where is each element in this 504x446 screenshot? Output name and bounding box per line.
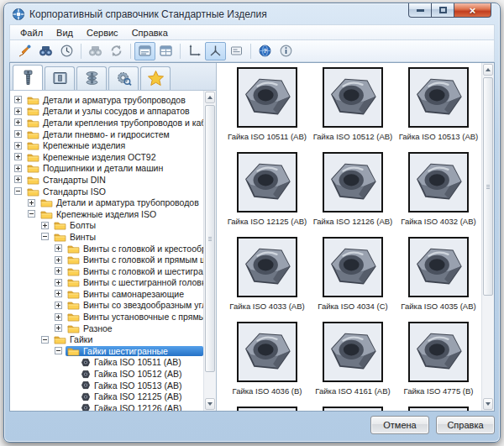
expand-icon[interactable]	[14, 108, 22, 115]
grid-item-partial[interactable]	[310, 407, 396, 411]
tree-item[interactable]: Винты установочные с прямым шлицем ...	[13, 311, 203, 323]
insert-button[interactable]	[14, 42, 35, 60]
expand-icon[interactable]	[55, 290, 62, 297]
scroll-down-icon[interactable]	[205, 398, 215, 410]
cancel-button[interactable]: Отмена	[370, 416, 429, 434]
tree-item[interactable]: Винты самонарезающие	[13, 288, 203, 300]
expand-icon[interactable]	[55, 324, 62, 332]
expand-icon[interactable]	[14, 176, 22, 183]
tree-item[interactable]: Гайка ISO 12125 (AB)	[13, 391, 203, 402]
grid-item[interactable]: Гайка ISO 4036 (B)	[224, 322, 310, 407]
tree-item[interactable]: Детали и арматура трубопроводов	[13, 197, 203, 208]
help-button[interactable]: ?	[255, 42, 276, 60]
tab-fasteners-set[interactable]	[76, 66, 107, 90]
tree-item[interactable]: Крепежные изделия ОСТ92	[13, 151, 203, 163]
collapse-icon[interactable]	[41, 336, 49, 344]
expand-icon[interactable]	[55, 267, 62, 275]
tree-item[interactable]: Стандарты DIN	[13, 174, 203, 186]
expand-icon[interactable]	[14, 165, 22, 172]
view-thumbnails-button[interactable]	[134, 42, 155, 60]
grid-item[interactable]: Гайка ISO 10512 (AB)	[310, 67, 396, 152]
part-thumbnail[interactable]	[323, 322, 383, 382]
properties-dialog-button[interactable]	[226, 42, 247, 60]
tree-item[interactable]: Крепежные изделия	[13, 139, 203, 151]
tree-item[interactable]: Гайка ISO 12126 (AB)	[13, 402, 203, 411]
tree-item[interactable]: Разное	[13, 323, 203, 334]
expand-icon[interactable]	[14, 153, 22, 160]
axes-3d-button[interactable]	[205, 42, 226, 60]
tree-item[interactable]: Подшипники и детали машин	[13, 163, 203, 175]
part-thumbnail[interactable]	[237, 67, 297, 128]
grid-item[interactable]: Гайка ISO 4032 (AB)	[396, 152, 481, 237]
grid-item[interactable]: Гайка ISO 12125 (AB)	[224, 152, 310, 237]
tree-scrollbar-thumb[interactable]	[205, 105, 215, 372]
part-thumbnail[interactable]	[323, 152, 383, 213]
expand-icon[interactable]	[14, 142, 22, 150]
grid-item[interactable]: Гайка ISO 4035 (AB)	[396, 237, 481, 322]
tab-bolt-classifier[interactable]	[13, 65, 43, 90]
tree-item[interactable]: Винты с шестигранной головкой	[13, 277, 203, 289]
find-in-results-button[interactable]	[85, 42, 106, 60]
expand-icon[interactable]	[55, 256, 62, 264]
part-thumbnail[interactable]	[237, 152, 297, 213]
grid-item[interactable]: Гайка ISO 4033 (AB)	[224, 237, 310, 322]
tree-item[interactable]: Гайка ISO 10512 (AB)	[13, 368, 203, 380]
tab-catalog-book[interactable]	[45, 66, 75, 90]
part-thumbnail[interactable]	[323, 407, 383, 411]
menu-help[interactable]: Справка	[125, 27, 175, 39]
collapse-icon[interactable]	[14, 187, 22, 195]
tree-scrollbar[interactable]	[203, 91, 216, 411]
tree-item[interactable]: Винты	[13, 231, 203, 243]
tree-item[interactable]: Гайка ISO 10513 (AB)	[13, 380, 203, 391]
collapse-icon[interactable]	[28, 210, 35, 218]
grid-item[interactable]: Гайка ISO 12126 (AB)	[310, 152, 396, 237]
tab-gear-search[interactable]	[108, 66, 139, 90]
expand-icon[interactable]	[14, 130, 22, 138]
expand-icon[interactable]	[41, 222, 49, 229]
part-thumbnail[interactable]	[408, 152, 469, 213]
tree-item[interactable]: Детали пневмо- и гидросистем	[13, 129, 203, 140]
tree-item[interactable]: Гайка ISO 10511 (AB)	[13, 357, 203, 369]
tree-item[interactable]: Детали и арматура трубопроводов	[13, 94, 203, 106]
close-button[interactable]: ×	[454, 3, 491, 18]
refresh-button[interactable]	[106, 42, 127, 60]
part-thumbnail[interactable]	[323, 237, 383, 297]
grid-item-partial[interactable]	[224, 407, 310, 411]
part-thumbnail[interactable]	[408, 237, 469, 297]
part-thumbnail[interactable]	[237, 237, 297, 297]
part-thumbnail[interactable]	[408, 407, 469, 411]
grid-item[interactable]: Гайка ISO 4161 (AB)	[310, 322, 396, 407]
tree-item[interactable]: Гайки	[13, 333, 203, 345]
tab-favorites[interactable]	[140, 66, 171, 90]
part-thumbnail[interactable]	[408, 67, 469, 128]
search-button[interactable]	[35, 42, 56, 60]
collapse-icon[interactable]	[41, 233, 49, 240]
scroll-up-icon[interactable]	[483, 64, 493, 76]
expand-icon[interactable]	[55, 313, 62, 321]
part-thumbnail[interactable]	[237, 407, 297, 411]
minimize-button[interactable]	[408, 3, 432, 18]
maximize-button[interactable]	[432, 3, 454, 18]
tree-item[interactable]: Винты с головкой и шестигранным углу...	[13, 265, 203, 277]
grid-scrollbar[interactable]	[481, 63, 494, 411]
tree-item[interactable]: Крепежные изделия ISO	[13, 208, 203, 220]
grid-item[interactable]: Гайка ISO 4775 (B)	[396, 322, 481, 407]
grid-scrollbar-thumb[interactable]	[483, 77, 493, 296]
tree-item[interactable]: Винты с головкой и крестообразным шл...	[13, 243, 203, 254]
expand-icon[interactable]	[28, 199, 35, 207]
grid-item[interactable]: Гайка ISO 10513 (AB)	[396, 67, 481, 152]
expand-icon[interactable]	[14, 118, 22, 126]
tree-item[interactable]: Детали и узлы сосудов и аппаратов	[13, 106, 203, 118]
expand-icon[interactable]	[55, 244, 62, 252]
grid-item[interactable]: Гайка ISO 4034 (C)	[310, 237, 396, 322]
tree-item[interactable]: Детали крепления трубопроводов и кабелей	[13, 117, 203, 129]
menu-service[interactable]: Сервис	[80, 27, 125, 39]
menu-view[interactable]: Вид	[50, 27, 80, 39]
grid-item-partial[interactable]	[396, 407, 481, 411]
help-button-bottom[interactable]: Справка	[436, 416, 495, 434]
view-table-button[interactable]	[155, 42, 176, 60]
tree-item[interactable]: Стандарты ISO	[13, 186, 203, 197]
part-thumbnail[interactable]	[323, 67, 383, 128]
expand-icon[interactable]	[55, 279, 62, 286]
expand-icon[interactable]	[14, 96, 22, 103]
